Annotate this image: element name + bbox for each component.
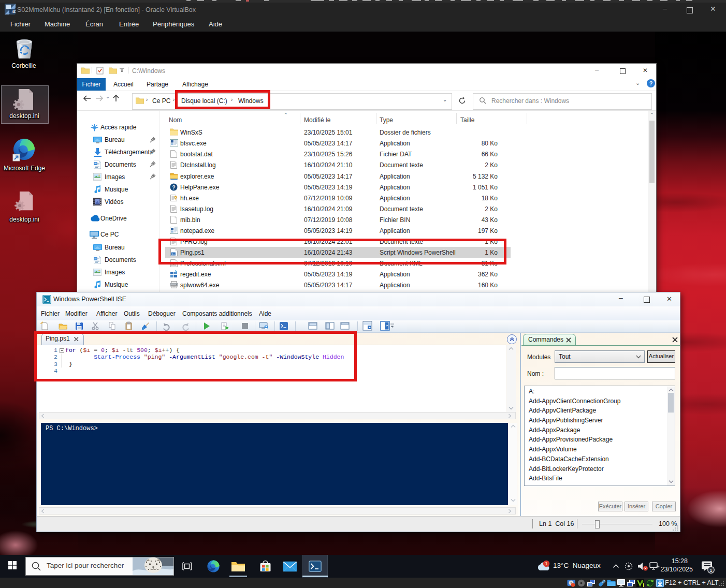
svg-text:?: ? <box>174 195 178 201</box>
svg-text:1: 1 <box>545 561 547 566</box>
svg-text:4D: 4D <box>12 9 16 14</box>
svg-text:?: ? <box>172 185 175 190</box>
svg-text:1: 1 <box>709 567 712 573</box>
